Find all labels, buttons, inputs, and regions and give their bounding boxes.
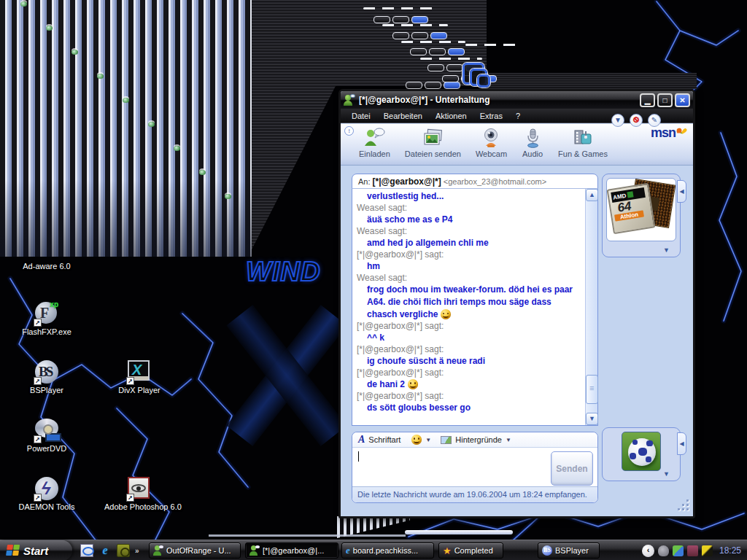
scroll-down-button[interactable]: ▼ [586, 413, 598, 425]
my-picture-panel: ◀ ▼ [602, 427, 681, 481]
sidebar-controls: ▼ 🛇 ✎ [611, 114, 661, 127]
wallpaper-windows-text: WIND [246, 257, 321, 287]
expand-button[interactable]: ▼ [611, 114, 624, 127]
my-picture-tab[interactable]: ◀ [677, 432, 686, 455]
menu-extras[interactable]: Extras [473, 110, 509, 122]
star-task-icon: ★ [443, 545, 452, 556]
task-button-peachkiss[interactable]: e board.peachkiss... [341, 542, 434, 559]
system-tray: ‹ 18:25 [642, 540, 747, 560]
resize-grip[interactable] [674, 496, 689, 510]
task-button-gearbox-active[interactable]: [*|@gearbox@|... [245, 542, 338, 559]
soccer-ball-picture [622, 432, 661, 471]
tray-collapse-chevron[interactable]: ‹ [642, 545, 654, 557]
audio-icon [522, 127, 543, 149]
smile-emoticon-icon [408, 379, 418, 389]
close-button[interactable]: ✕ [675, 93, 690, 107]
msn-butterfly-icon [676, 125, 687, 136]
audio-button[interactable]: Audio [519, 125, 546, 160]
background-icon [441, 436, 452, 444]
msn-logo: msn [651, 125, 687, 141]
windows-flag-icon [6, 545, 20, 556]
start-button[interactable]: Start [0, 540, 72, 560]
desktop-icon-powerdvd[interactable]: ➚ PowerDVD [12, 419, 82, 453]
taskbar: Start e » OutOfRange - U... [*|@gearbox@… [0, 540, 747, 560]
task-button-bsplayer[interactable]: BS BSPlayer [538, 542, 600, 559]
tray-icon-yellow-black[interactable] [702, 545, 713, 556]
internet-explorer-icon[interactable]: e [98, 544, 112, 557]
chat-nick: [*|@gearbox@|*] sagt: [357, 321, 582, 332]
ie-task-icon: e [346, 545, 350, 556]
tray-icon-messenger[interactable] [673, 545, 684, 556]
scroll-up-button[interactable]: ▲ [586, 189, 598, 201]
chat-message: ig choufe süscht ä neue radi [357, 355, 582, 368]
menu-hilfe[interactable]: ? [509, 110, 527, 122]
drag-artifact-sliver-2 [209, 534, 406, 537]
olive-app-icon[interactable] [117, 544, 130, 557]
desktop-icon-adaware[interactable]: Ad-aware 6.0 [12, 262, 82, 271]
taskbar-clock: 18:25 [719, 545, 741, 556]
shortcut-arrow-icon: ➚ [34, 319, 42, 327]
contact-picture: AMD 64 Athlon [606, 178, 676, 241]
menu-datei[interactable]: Datei [345, 110, 377, 122]
text-caret [358, 451, 359, 462]
emoticon-picker-icon[interactable] [411, 435, 422, 445]
my-picture-menu-arrow[interactable]: ▼ [663, 470, 670, 478]
drag-artifact-sliver [405, 530, 513, 534]
chat-message: ^^ k [357, 332, 582, 344]
task-button-outofrange[interactable]: OutOfRange - U... [149, 542, 241, 559]
scrollbar-thumb[interactable] [586, 375, 598, 404]
minimize-button[interactable]: ▁ [640, 93, 655, 107]
desktop-icon-photoshop[interactable]: ➚ Adobe Photoshop 6.0 [104, 477, 174, 511]
title-bar[interactable]: [*|@gearbox@|*] - Unterhaltung ▁ □ ✕ [341, 91, 693, 109]
invite-button[interactable]: Einladen [357, 125, 392, 160]
compose-area: A Schriftart ▼ Hintergründe ▼ Senden Die… [352, 432, 598, 503]
desktop-icon-flashfxp[interactable]: Fxp➚ FlashFXP.exe [12, 302, 82, 336]
chat-nick: [*|@gearbox@|*] sagt: [357, 368, 582, 378]
contact-picture-panel: AMD 64 Athlon ◀ ▼ [602, 174, 681, 257]
recipient-field[interactable]: An: [*|@gearbox@|*] <gearbox_23@hotmail.… [352, 174, 598, 189]
bsplayer-task-icon: BS [542, 545, 552, 556]
send-files-button[interactable]: Dateien senden [403, 125, 463, 160]
desktop-icon-bsplayer[interactable]: BS➚ BSPlayer [12, 360, 82, 394]
background-button[interactable]: Hintergründe [455, 435, 502, 444]
toolbar-collapse-button[interactable]: ↕ [344, 126, 354, 136]
send-files-icon [422, 127, 444, 149]
quick-launch: e » [76, 540, 139, 560]
toolbar: ↕ Einladen Dateien senden Webcam Audio [341, 124, 693, 166]
send-button[interactable]: Senden [551, 451, 593, 486]
outlook-express-icon[interactable] [80, 544, 93, 557]
menu-aktionen[interactable]: Aktionen [429, 110, 473, 122]
tray-icon-maroon[interactable] [687, 545, 698, 556]
webcam-button[interactable]: Webcam [473, 125, 509, 160]
tray-icon-gray[interactable] [658, 545, 669, 556]
contact-picture-tab[interactable]: ◀ [677, 180, 686, 203]
chat-nick: Weasel sagt: [357, 226, 582, 237]
recipient-email: <gearbox_23@hotmail.com> [444, 177, 546, 186]
msn-task-icon [153, 545, 163, 556]
chat-scrollbar[interactable]: ▲ ▼ [585, 189, 597, 425]
format-bar: A Schriftart ▼ Hintergründe ▼ [352, 432, 597, 448]
edit-button[interactable]: ✎ [648, 114, 661, 127]
wink-emoticon-icon [441, 309, 451, 319]
font-icon: A [358, 434, 365, 446]
contact-picture-menu-arrow[interactable]: ▼ [663, 246, 670, 254]
desktop-icon-divx[interactable]: X➚ DivX Player [104, 360, 174, 394]
chat-nick: [*|@gearbox@|*] sagt: [357, 344, 582, 355]
fun-games-button[interactable]: Fun & Games [556, 125, 610, 160]
chat-history: verlustlestig hed...Weasel sagt:äuä scho… [352, 188, 598, 426]
background-dropdown-arrow[interactable]: ▼ [506, 437, 511, 443]
chat-nick: [*|@gearbox@|*] sagt: [357, 249, 582, 260]
desktop: WIND Ad-aware 6.0 Fxp➚ FlashFXP.exe BS➚ … [0, 0, 747, 560]
emoticon-dropdown-arrow[interactable]: ▼ [425, 437, 431, 443]
msn-conversation-window: [*|@gearbox@|*] - Unterhaltung ▁ □ ✕ Dat… [338, 89, 695, 518]
quick-launch-overflow-chevron[interactable]: » [135, 547, 139, 555]
webcam-icon [480, 127, 502, 149]
font-button[interactable]: Schriftart [368, 435, 400, 444]
task-button-completed[interactable]: ★ Completed [438, 542, 503, 559]
invite-icon [363, 127, 385, 149]
desktop-icon-daemon-tools[interactable]: ϟ➚ DAEMON Tools [12, 477, 82, 511]
maximize-button[interactable]: □ [657, 93, 673, 107]
block-contact-button[interactable]: 🛇 [630, 114, 643, 127]
drag-artifact-stripes [0, 0, 252, 257]
menu-bearbeiten[interactable]: Bearbeiten [377, 110, 429, 122]
